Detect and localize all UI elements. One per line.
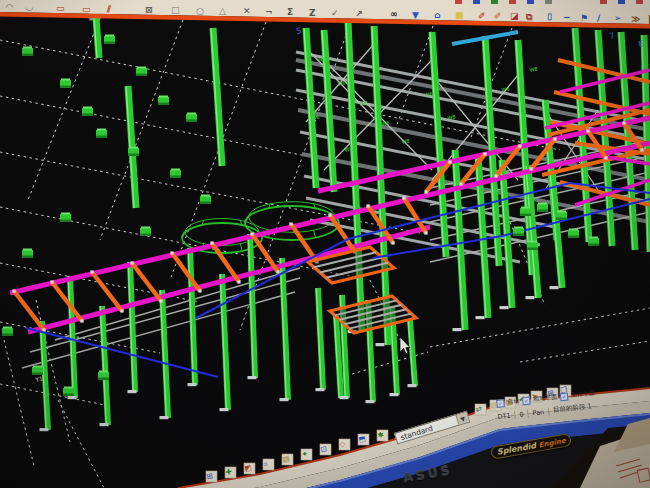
- toolbar-chip-icon[interactable]: [618, 0, 625, 4]
- orange-pen-icon[interactable]: ✐: [494, 11, 502, 21]
- red-corner-icon[interactable]: ◪: [510, 11, 519, 21]
- zigzag-icon[interactable]: Z: [309, 8, 316, 18]
- rect-tool-icon[interactable]: □: [171, 5, 180, 15]
- dim-tool-icon[interactable]: ≫: [631, 14, 640, 24]
- snap-auto-label: 自动: [507, 397, 520, 407]
- mark-tool-icon[interactable]: ❙: [646, 14, 650, 25]
- toolbar-chip-icon[interactable]: [545, 0, 552, 4]
- triangle-tool-icon[interactable]: △: [219, 6, 226, 16]
- status-field-zero: 0: [519, 410, 524, 418]
- blue-dash-icon[interactable]: −: [563, 12, 571, 22]
- toolbar-chip-icon[interactable]: [491, 0, 498, 4]
- filter-funnel-icon[interactable]: ▼: [412, 10, 419, 20]
- checkbox-checked-icon[interactable]: ✓: [522, 396, 531, 405]
- freehand-icon[interactable]: ◠: [6, 2, 13, 12]
- toolbar-chip-icon[interactable]: [509, 0, 516, 4]
- toolbar-chip-icon[interactable]: [636, 0, 643, 4]
- layers-icon[interactable]: ⧉: [526, 12, 533, 22]
- check-icon[interactable]: ✓: [331, 8, 339, 18]
- red-panel-icon[interactable]: ▭: [82, 4, 91, 14]
- curve-icon[interactable]: ◡: [26, 2, 33, 12]
- binoculars-icon[interactable]: ∞: [390, 9, 398, 19]
- status-field-dt1: DT1: [497, 411, 511, 420]
- chevron-down-icon[interactable]: ▼: [455, 412, 468, 425]
- blue-flag-icon[interactable]: ⚑: [580, 13, 588, 23]
- blue-bracket-icon[interactable]: ⌷: [547, 12, 552, 22]
- arrow-ne-icon[interactable]: ↗: [355, 9, 363, 19]
- status-field-pan: Pan: [532, 408, 545, 417]
- blue-arrow-icon[interactable]: ➢: [614, 13, 622, 23]
- checkbox-checked-icon[interactable]: ✓: [560, 392, 569, 401]
- box-x-icon[interactable]: ⊠: [145, 5, 153, 15]
- red-pen-icon[interactable]: ✐: [478, 11, 486, 21]
- sum-icon[interactable]: Σ: [287, 7, 293, 17]
- checkbox-checked-icon[interactable]: ✓: [496, 399, 505, 408]
- delete-icon[interactable]: ✕: [243, 6, 251, 16]
- toolbar-chip-icon[interactable]: [600, 0, 607, 4]
- home-view-icon[interactable]: ⌂: [434, 10, 441, 20]
- toolbar-chip-icon[interactable]: [527, 0, 534, 4]
- toolbar-chip-icon[interactable]: [455, 0, 462, 4]
- circle-tool-icon[interactable]: ○: [196, 6, 204, 16]
- toolbar-chip-icon[interactable]: [473, 0, 480, 4]
- red-plate-icon[interactable]: ▭: [56, 3, 65, 13]
- monitor-photo: 57EY1W8W6W8W6W8W6W8W6W8W6W8◠◡▭▭⫽⊠□○△✕¬ΣZ…: [0, 0, 650, 488]
- yellow-page-icon[interactable]: ■: [455, 10, 464, 20]
- corner-tool-icon[interactable]: ¬: [265, 7, 273, 17]
